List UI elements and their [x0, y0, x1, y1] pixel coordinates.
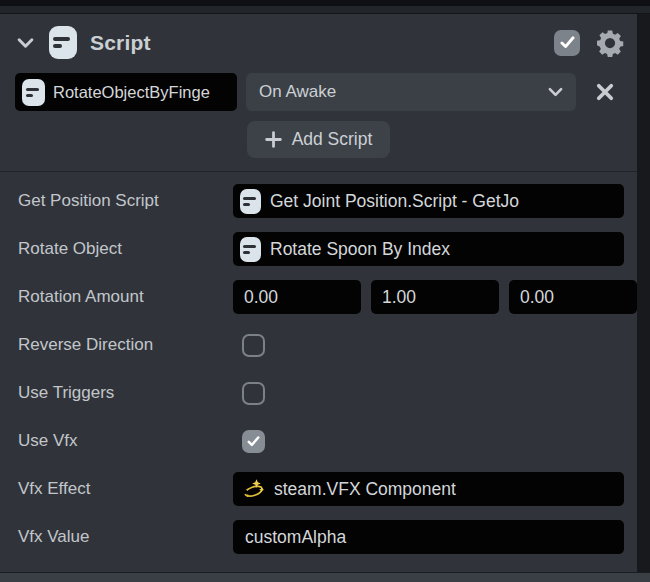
check-icon — [560, 36, 575, 49]
vfx-sparkle-icon — [242, 477, 266, 501]
close-icon — [595, 82, 615, 102]
vfx-effect-field[interactable]: steam.VFX Component — [233, 472, 624, 506]
script-component-inspector: Script RotateObjectByFinge On Awake — [0, 14, 637, 561]
plus-icon — [265, 131, 282, 148]
field-value: customAlpha — [245, 527, 346, 548]
rotation-x-input[interactable]: 0.00 — [233, 280, 361, 314]
property-row: Use Vfx — [18, 417, 624, 465]
property-label: Vfx Effect — [18, 479, 233, 499]
use-triggers-checkbox[interactable] — [242, 382, 265, 405]
script-icon — [22, 79, 45, 106]
add-script-button[interactable]: Add Script — [247, 121, 391, 158]
script-icon — [240, 189, 261, 214]
property-row: Get Position Script Get Joint Position.S… — [18, 177, 624, 225]
panel-bottom-bar — [0, 572, 650, 582]
property-row: Reverse Direction — [18, 321, 624, 369]
chevron-down-icon — [548, 87, 563, 97]
script-asset-field[interactable]: RotateObjectByFinge — [15, 73, 237, 111]
component-title: Script — [90, 31, 151, 55]
use-vfx-checkbox[interactable] — [242, 430, 265, 453]
rotation-amount-vector: 0.00 1.00 0.00 — [233, 280, 637, 314]
panel-right-edge — [637, 14, 650, 573]
script-event-value: On Awake — [259, 82, 548, 102]
reverse-direction-checkbox[interactable] — [242, 334, 265, 357]
script-properties: Get Position Script Get Joint Position.S… — [0, 172, 637, 561]
component-header: Script — [0, 14, 637, 71]
property-label: Use Vfx — [18, 431, 233, 451]
script-icon — [240, 237, 261, 262]
field-value: Get Joint Position.Script - GetJo — [270, 191, 519, 212]
check-icon — [247, 436, 260, 447]
property-label: Vfx Value — [18, 527, 233, 547]
add-script-label: Add Script — [292, 129, 373, 150]
field-value: steam.VFX Component — [274, 479, 456, 500]
property-label: Rotate Object — [18, 239, 233, 259]
property-row: Rotate Object Rotate Spoon By Index — [18, 225, 624, 273]
field-value: Rotate Spoon By Index — [270, 239, 450, 260]
property-label: Use Triggers — [18, 383, 233, 403]
settings-button[interactable] — [595, 28, 625, 58]
panel-top-bar — [0, 6, 650, 14]
property-label: Reverse Direction — [18, 335, 233, 355]
property-row: Rotation Amount 0.00 1.00 0.00 — [18, 273, 624, 321]
property-row: Use Triggers — [18, 369, 624, 417]
script-asset-name: RotateObjectByFinge — [53, 83, 210, 102]
property-row: Vfx Effect steam.VFX Component — [18, 465, 624, 513]
get-position-script-field[interactable]: Get Joint Position.Script - GetJo — [233, 184, 624, 218]
rotation-z-input[interactable]: 0.00 — [509, 280, 637, 314]
rotation-y-input[interactable]: 1.00 — [371, 280, 499, 314]
component-enabled-checkbox[interactable] — [554, 30, 580, 56]
property-label: Get Position Script — [18, 191, 233, 211]
property-label: Rotation Amount — [18, 287, 233, 307]
rotate-object-field[interactable]: Rotate Spoon By Index — [233, 232, 624, 266]
script-event-dropdown[interactable]: On Awake — [246, 73, 576, 111]
script-icon — [49, 26, 77, 59]
gear-icon — [595, 28, 625, 58]
vfx-value-input[interactable]: customAlpha — [233, 520, 624, 554]
property-row: Vfx Value customAlpha — [18, 513, 624, 561]
script-slot-row: RotateObjectByFinge On Awake — [15, 73, 624, 111]
chevron-down-icon[interactable] — [17, 37, 34, 49]
add-script-row: Add Script — [0, 121, 637, 158]
remove-script-button[interactable] — [585, 73, 624, 111]
